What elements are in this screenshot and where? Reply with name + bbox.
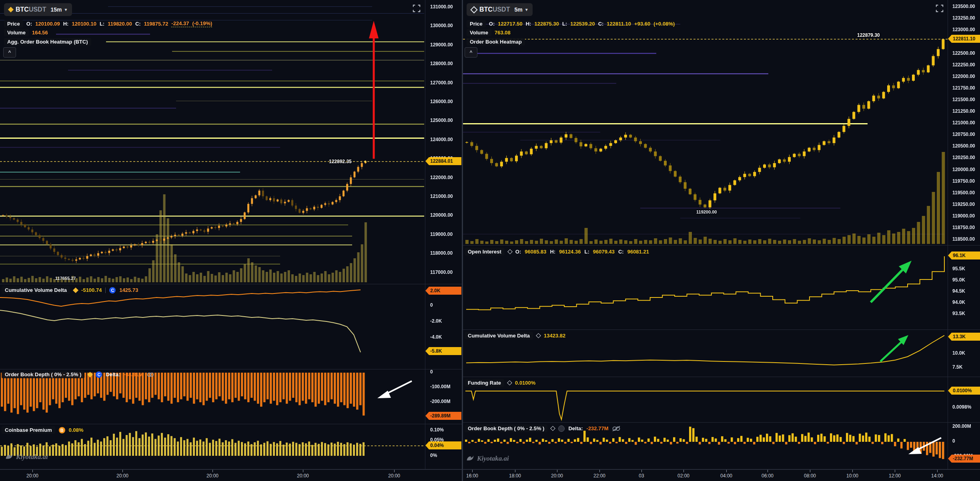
pair-quote: USDT <box>29 6 46 13</box>
aggregated-exchange-icon <box>551 426 556 431</box>
volume-row-right: Volume 763.08 <box>467 29 511 36</box>
axis-label-right-oi: 95.0K <box>952 277 965 283</box>
axis-label-right-oi: 94.5K <box>952 288 965 294</box>
axis-tag-right-cvd: 13.3K <box>948 333 980 341</box>
axis-tag-left-cvd: -5.8K <box>425 347 461 355</box>
link-icon[interactable] <box>146 372 154 377</box>
unlink-icon[interactable] <box>612 426 621 431</box>
o-label: O: <box>515 249 521 255</box>
axis-label-left-price: 125000.00 <box>430 118 453 123</box>
time-label: 02:00 <box>674 473 693 479</box>
symbol-selector-left[interactable]: BTC USDT 15m ▾ <box>4 3 72 16</box>
price-marker: 117655.27 <box>55 276 76 281</box>
axis-label-right-price: 123250.00 <box>952 15 975 21</box>
fullscreen-button-right[interactable] <box>935 4 944 13</box>
axis-label-right-price: 123000.00 <box>952 27 975 32</box>
separator <box>0 369 462 369</box>
brand-text: Kiyotaka.ai <box>477 455 509 463</box>
pair-quote: USDT <box>493 6 510 13</box>
low-value: 119820.00 <box>108 21 132 27</box>
close-value: 122811.10 <box>607 21 631 27</box>
time-tick <box>810 470 810 472</box>
axis-label-left-price: 119000.00 <box>430 232 453 237</box>
open-value: 120100.09 <box>35 21 60 27</box>
time-label: 12:00 <box>885 473 904 479</box>
axis-tag-left-premium: 0.04% <box>425 441 461 449</box>
separator <box>0 284 462 284</box>
axis-label-left-obd: -100.00M <box>430 384 451 389</box>
change-pct: (+0.08%) <box>653 21 675 27</box>
binance-icon <box>8 7 14 12</box>
close-value: 119875.72 <box>144 21 168 27</box>
axis-label-right-price: 119000.00 <box>952 213 975 219</box>
axis-label-right-oi: 94.0K <box>952 299 965 305</box>
pair-base: BTC <box>16 6 29 13</box>
green-arrow-oi <box>864 256 916 308</box>
axis-label-left-price: 124000.00 <box>430 137 453 142</box>
aggregated-exchange-icon <box>507 249 513 254</box>
symbol-selector-right[interactable]: BTC USDT 5m ▾ <box>467 3 533 16</box>
collapse-button-right[interactable]: ^ <box>465 47 477 58</box>
axis-border-left <box>425 0 426 469</box>
time-label: 20:00 <box>293 473 313 479</box>
swan-icon <box>5 453 14 461</box>
axis-label-right-oi: 93.5K <box>952 311 965 316</box>
time-label: 20:00 <box>23 473 42 479</box>
axis-label-right-price: 118500.00 <box>952 236 975 242</box>
time-label: 06:00 <box>758 473 777 479</box>
price-marker: 119200.00 <box>696 210 717 214</box>
axis-label-left-cvd: -4.0K <box>430 334 442 340</box>
swan-icon <box>466 454 475 463</box>
axis-label-right-price: 121500.00 <box>952 97 975 102</box>
kiyotaka-logo-right: Kiyotaka.ai <box>466 454 509 463</box>
white-arrow-obd-right <box>906 435 944 457</box>
cvd-binance-value: -5100.74 <box>81 287 102 293</box>
axis-label-right-price: 122000.00 <box>952 74 975 79</box>
axis-label-right-price: 119500.00 <box>952 190 975 196</box>
collapse-button-left[interactable]: ^ <box>3 47 16 58</box>
high-value: 122875.30 <box>534 21 559 27</box>
time-label: 20:00 <box>203 473 222 479</box>
binance-icon <box>73 287 78 293</box>
time-tick <box>683 470 684 472</box>
time-label: 20:00 <box>113 473 132 479</box>
time-tick <box>641 470 642 472</box>
funding-value: 0.0100% <box>515 380 535 386</box>
axis-label-left-price: 117000.00 <box>430 269 453 275</box>
panel-divider[interactable] <box>462 0 463 481</box>
premium-label: Coinbase Premium <box>2 426 55 434</box>
charts-canvas[interactable] <box>0 0 980 481</box>
axis-label-right-price: 123500.00 <box>952 4 975 9</box>
axis-label-right-price: 120500.00 <box>952 143 975 149</box>
binance-icon <box>87 371 93 377</box>
l-label: L: <box>562 21 567 27</box>
axis-label-left-price: 127000.00 <box>430 80 453 86</box>
change-value: +93.60 <box>634 21 650 27</box>
delta-value: -232.77M <box>587 425 609 431</box>
axis-label-left-price: 118000.00 <box>430 250 453 256</box>
heatmap-label: Order Book Heatmap <box>467 38 525 46</box>
volume-label: Volume <box>4 29 29 36</box>
aggregated-exchange-icon <box>470 6 477 13</box>
fullscreen-button-left[interactable] <box>412 4 421 13</box>
axis-tag-left-price: 122884.01 <box>425 157 461 165</box>
cvd-header-left: Cumulative Volume Delta -5100.74 C 1425.… <box>2 286 138 294</box>
brand-text: Kiyotaka.ai <box>16 453 48 461</box>
time-label: 18:00 <box>505 473 525 479</box>
axis-label-right-obd: 200.00M <box>952 423 971 429</box>
h-label: H: <box>550 249 555 255</box>
chevron-up-icon: ^ <box>469 50 472 55</box>
cvd-label: Cumulative Volume Delta <box>465 332 533 339</box>
cvd-label: Cumulative Volume Delta <box>2 286 70 294</box>
price-label: Price <box>467 20 486 28</box>
o-label: O: <box>26 21 32 27</box>
time-tick <box>394 470 395 472</box>
axis-label-left-price: 121000.00 <box>430 194 453 199</box>
time-axis[interactable]: 20:0020:0020:0020:0020:0016:0018:0020:00… <box>0 469 980 481</box>
h-label: H: <box>63 21 69 27</box>
axis-label-left-price: 131000.00 <box>430 4 453 10</box>
obd-header-right: Order Book Depth ( 0% - 2.5% ) Delta: -2… <box>465 425 621 432</box>
oi-header-right: Open Interest O: 96085.83 H: 96124.36 L:… <box>465 248 649 255</box>
chevron-down-icon: ▾ <box>525 7 528 12</box>
axis-tag-right-funding: 0.0100% <box>948 387 980 395</box>
